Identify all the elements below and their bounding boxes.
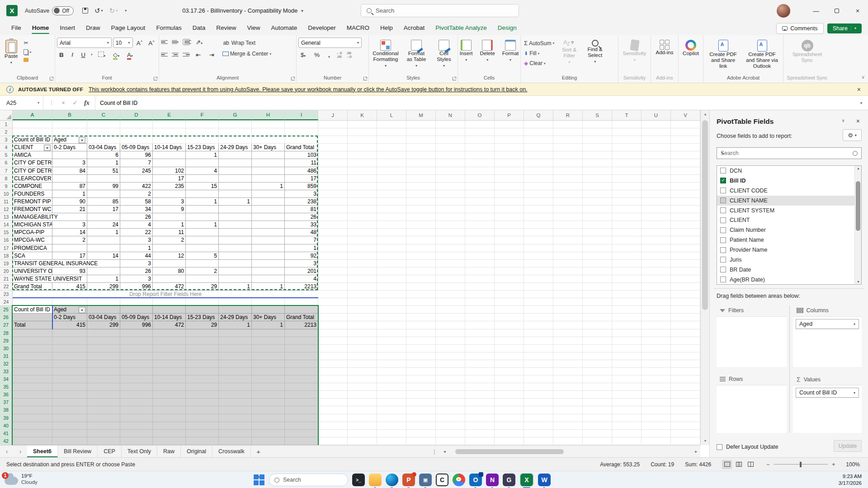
cell-A42[interactable]: [13, 437, 52, 445]
cell-O21[interactable]: [465, 275, 495, 283]
status-average[interactable]: Average: 553.25: [600, 461, 640, 468]
cell-C35[interactable]: [87, 383, 120, 391]
status-count[interactable]: Count: 19: [651, 461, 674, 468]
field-item-client-code[interactable]: CLIENT CODE: [717, 186, 861, 196]
cell-K26[interactable]: [348, 314, 377, 321]
row-header-32[interactable]: 32: [0, 360, 13, 368]
cell-S30[interactable]: [583, 345, 612, 352]
cell-L15[interactable]: [377, 229, 406, 236]
cell-H30[interactable]: [252, 345, 285, 352]
cell-N24[interactable]: [436, 298, 465, 306]
cell-J42[interactable]: [318, 437, 348, 445]
cell-R2[interactable]: [553, 128, 583, 136]
cell-U4[interactable]: [642, 144, 671, 151]
cell-F22[interactable]: 29: [186, 283, 219, 291]
cell-O24[interactable]: [465, 298, 495, 306]
cell-R9[interactable]: [553, 183, 583, 190]
cell-C41[interactable]: [87, 430, 120, 437]
cell-E19[interactable]: [153, 260, 186, 267]
cell-H40[interactable]: [252, 422, 285, 430]
cell-E15[interactable]: 11: [153, 229, 186, 236]
cell-K5[interactable]: [348, 151, 377, 159]
cell-S39[interactable]: [583, 414, 612, 422]
cell-P5[interactable]: [495, 151, 524, 159]
cell-D15[interactable]: 22: [120, 229, 153, 236]
cell-C17[interactable]: [87, 244, 120, 252]
cell-B25[interactable]: Aged▼: [52, 306, 87, 314]
cell-L20[interactable]: [377, 267, 406, 275]
cell-D11[interactable]: 58: [120, 198, 153, 206]
cell-E34[interactable]: [153, 375, 186, 383]
cell-R1[interactable]: [553, 121, 583, 128]
cell-F6[interactable]: [186, 159, 219, 167]
cell-F1[interactable]: [186, 121, 219, 128]
cell-F12[interactable]: [186, 206, 219, 213]
cell-P21[interactable]: [495, 275, 524, 283]
cell-A33[interactable]: [13, 368, 52, 375]
cell-P19[interactable]: [495, 260, 524, 267]
menu-tab-formulas[interactable]: Formulas: [151, 22, 186, 34]
cell-S31[interactable]: [583, 352, 612, 360]
cell-G30[interactable]: [219, 345, 252, 352]
cell-T32[interactable]: [612, 360, 642, 368]
cell-R20[interactable]: [553, 267, 583, 275]
cell-C3[interactable]: [87, 136, 120, 144]
cell-A35[interactable]: [13, 383, 52, 391]
cell-T5[interactable]: [612, 151, 642, 159]
column-header-E[interactable]: E: [153, 110, 186, 120]
cell-L11[interactable]: [377, 198, 406, 206]
undo-button[interactable]: ↺▾: [92, 5, 105, 16]
cell-M2[interactable]: [406, 128, 436, 136]
cell-B24[interactable]: [52, 298, 87, 306]
cell-O11[interactable]: [465, 198, 495, 206]
menu-tab-file[interactable]: File: [6, 22, 26, 34]
cell-H14[interactable]: [252, 221, 285, 229]
cell-A8[interactable]: CLEARCOVER: [13, 175, 52, 183]
cell-R23[interactable]: [553, 291, 583, 298]
cell-V24[interactable]: [671, 298, 700, 306]
cell-L18[interactable]: [377, 252, 406, 260]
column-header-S[interactable]: S: [583, 110, 612, 120]
cell-C33[interactable]: [87, 368, 120, 375]
cell-G28[interactable]: [219, 329, 252, 337]
cell-S1[interactable]: [583, 121, 612, 128]
cell-R6[interactable]: [553, 159, 583, 167]
column-header-Q[interactable]: Q: [524, 110, 553, 120]
cell-I15[interactable]: 48: [285, 229, 318, 236]
cell-P42[interactable]: [495, 437, 524, 445]
cell-P11[interactable]: [495, 198, 524, 206]
save-button[interactable]: [80, 6, 90, 15]
cell-F15[interactable]: [186, 229, 219, 236]
cell-G34[interactable]: [219, 375, 252, 383]
cell-Q25[interactable]: [524, 306, 553, 314]
cell-Q19[interactable]: [524, 260, 553, 267]
filter-dropdown-icon[interactable]: ▼: [79, 307, 85, 313]
cell-B31[interactable]: [52, 352, 87, 360]
menu-tab-review[interactable]: Review: [211, 22, 241, 34]
cell-N1[interactable]: [436, 121, 465, 128]
cell-L9[interactable]: [377, 183, 406, 190]
cell-B2[interactable]: [52, 128, 87, 136]
cell-R27[interactable]: [553, 321, 583, 329]
format-as-table-button[interactable]: Format as Table▾: [402, 38, 430, 74]
cell-H31[interactable]: [252, 352, 285, 360]
cell-E10[interactable]: [153, 190, 186, 198]
row-header-4[interactable]: 4: [0, 144, 13, 151]
cell-M30[interactable]: [406, 345, 436, 352]
cell-M9[interactable]: [406, 183, 436, 190]
find-select-button[interactable]: Find & Select▾: [583, 38, 607, 74]
cell-G24[interactable]: [219, 298, 252, 306]
cell-Q35[interactable]: [524, 383, 553, 391]
field-checkbox-icon[interactable]: [720, 188, 726, 193]
search-input[interactable]: Search: [361, 4, 519, 17]
cell-T21[interactable]: [612, 275, 642, 283]
cell-Q39[interactable]: [524, 414, 553, 422]
filter-dropdown-icon[interactable]: ▼: [44, 145, 51, 151]
cell-K32[interactable]: [348, 360, 377, 368]
cell-styles-button[interactable]: Cell Styles▾: [432, 38, 456, 74]
row-header-27[interactable]: 27: [0, 321, 13, 329]
cell-Q22[interactable]: [524, 283, 553, 291]
cell-H20[interactable]: [252, 267, 285, 275]
cell-R26[interactable]: [553, 314, 583, 321]
cell-Q36[interactable]: [524, 391, 553, 399]
